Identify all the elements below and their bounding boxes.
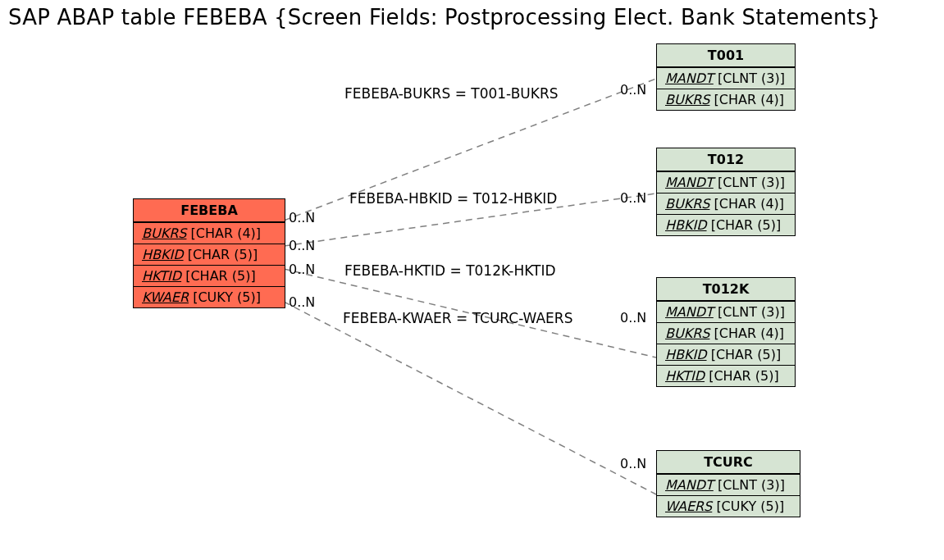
t001-field-1-type: [CHAR (4)]	[714, 92, 785, 107]
relation-3-label: FEBEBA-KWAER = TCURC-WAERS	[343, 310, 572, 326]
t012-field-2-type: [CHAR (5)]	[711, 217, 782, 233]
febeba-field-3-name: KWAER	[142, 289, 189, 305]
febeba-field-2-type: [CHAR (5)]	[185, 268, 256, 284]
t012-field-2-name: HBKID	[665, 217, 707, 233]
relation-2-src-card: 0..N	[289, 262, 315, 277]
entity-t001: T001 MANDT [CLNT (3)] BUKRS [CHAR (4)]	[656, 43, 796, 111]
entity-t012k-header: T012K	[657, 278, 795, 301]
t012k-field-2-type: [CHAR (5)]	[711, 347, 782, 362]
febeba-field-0-type: [CHAR (4)]	[191, 225, 262, 241]
entity-febeba: FEBEBA BUKRS [CHAR (4)] HBKID [CHAR (5)]…	[133, 198, 285, 308]
febeba-field-3-type: [CUKY (5)]	[193, 289, 261, 305]
tcurc-field-1-name: WAERS	[665, 499, 712, 514]
entity-t001-header: T001	[657, 44, 795, 67]
t012k-field-2-name: HBKID	[665, 347, 707, 362]
t012-field-1-name: BUKRS	[665, 196, 709, 212]
febeba-field-1-name: HBKID	[142, 247, 184, 262]
entity-t012-header: T012	[657, 148, 795, 171]
t012-field-0-type: [CLNT (3)]	[718, 175, 785, 190]
entity-febeba-header: FEBEBA	[134, 199, 285, 222]
relation-1-dst-card: 0..N	[620, 190, 646, 206]
relation-1-label: FEBEBA-HBKID = T012-HBKID	[349, 190, 557, 207]
febeba-field-1-type: [CHAR (5)]	[188, 247, 258, 262]
t001-field-0-name: MANDT	[665, 71, 714, 86]
febeba-field-2-name: HKTID	[142, 268, 181, 284]
t012k-field-0-type: [CLNT (3)]	[718, 304, 785, 320]
entity-t012k: T012K MANDT [CLNT (3)] BUKRS [CHAR (4)] …	[656, 277, 796, 387]
tcurc-field-0-type: [CLNT (3)]	[718, 477, 785, 493]
entity-tcurc: TCURC MANDT [CLNT (3)] WAERS [CUKY (5)]	[656, 450, 800, 517]
t012k-field-1-type: [CHAR (4)]	[714, 326, 785, 341]
relation-0-label: FEBEBA-BUKRS = T001-BUKRS	[344, 85, 559, 102]
t012k-field-0-name: MANDT	[665, 304, 714, 320]
diagram-title: SAP ABAP table FEBEBA {Screen Fields: Po…	[8, 5, 881, 30]
t001-field-0-type: [CLNT (3)]	[718, 71, 785, 86]
t012-field-0-name: MANDT	[665, 175, 714, 190]
relation-2-label: FEBEBA-HKTID = T012K-HKTID	[344, 262, 556, 279]
febeba-field-0-name: BUKRS	[142, 225, 186, 241]
t012k-field-3-type: [CHAR (5)]	[709, 368, 779, 384]
svg-line-3	[284, 302, 656, 494]
relation-2-dst-card: 0..N	[620, 310, 646, 326]
t001-field-1-name: BUKRS	[665, 92, 709, 107]
t012k-field-3-name: HKTID	[665, 368, 705, 384]
relation-3-src-card: 0..N	[289, 294, 315, 310]
tcurc-field-0-name: MANDT	[665, 477, 714, 493]
entity-tcurc-header: TCURC	[657, 451, 800, 474]
relation-3-dst-card: 0..N	[620, 456, 646, 471]
relation-0-src-card: 0..N	[289, 210, 315, 225]
t012k-field-1-name: BUKRS	[665, 326, 709, 341]
tcurc-field-1-type: [CUKY (5)]	[716, 499, 784, 514]
relation-0-dst-card: 0..N	[620, 82, 646, 98]
entity-t012: T012 MANDT [CLNT (3)] BUKRS [CHAR (4)] H…	[656, 148, 796, 236]
t012-field-1-type: [CHAR (4)]	[714, 196, 785, 212]
relation-1-src-card: 0..N	[289, 238, 315, 253]
